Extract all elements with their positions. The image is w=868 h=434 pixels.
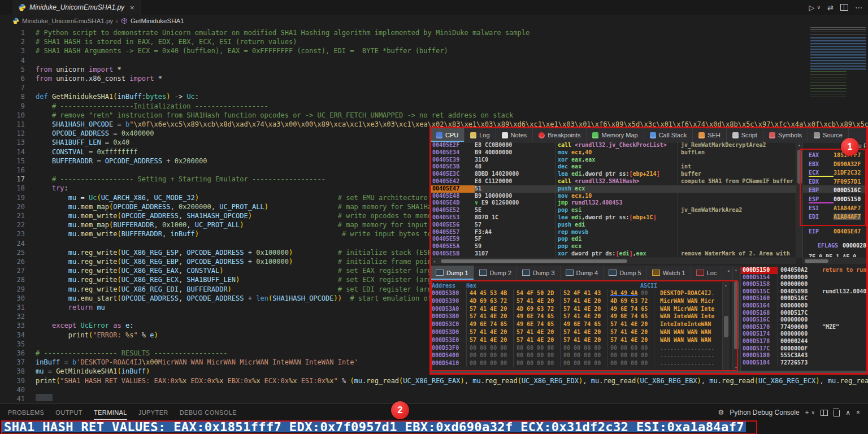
stack-row[interactable]: 000D516C00000000	[741, 316, 868, 324]
panel-tab-terminal[interactable]: TERMINAL	[94, 405, 127, 420]
stack-row[interactable]: 000D515400000000	[741, 274, 868, 281]
debugger-tab-script[interactable]: Script	[727, 128, 763, 142]
disasm-hscrollbar[interactable]: ◂	[432, 258, 796, 264]
dump-scrollbar[interactable]: ▴	[722, 282, 730, 371]
split-terminal-icon[interactable]	[821, 410, 828, 416]
debugger-tab-log[interactable]: Log	[465, 128, 496, 142]
dump-row[interactable]: 000D540000 00 00 0000 00 00 0000 00 00 0…	[432, 351, 722, 359]
tab-miniduke-file[interactable]: Miniduke_UnicornEmuSHA1.py ×	[12, 0, 141, 15]
run-python-icon[interactable]: ▷	[809, 3, 815, 12]
dump-row[interactable]: 000D53E057 41 4E 2057 41 4E 2057 41 4E 2…	[432, 336, 722, 344]
stack-row[interactable]: 000D517077490000"MZÉ"	[741, 324, 868, 331]
code-line[interactable]: 6from unicorn.x86_const import *	[0, 74, 868, 83]
locals-icon	[696, 270, 704, 276]
dump-tab-watch-1[interactable]: Watch 1	[647, 266, 691, 280]
code-line[interactable]: 11 SHA1HASH_OPCODE = b"\x0f\x6e\xc5\x89\…	[0, 120, 868, 129]
register-row-eip[interactable]: EIP00405E47	[809, 227, 861, 236]
dump-tab-dump-2[interactable]: Dump 2	[474, 266, 518, 280]
close-panel-icon[interactable]: ×	[856, 409, 860, 416]
dump-row[interactable]: 000D53D057 41 4E 2057 41 4E 2057 41 4E 2…	[432, 328, 722, 336]
minimap[interactable]	[808, 27, 868, 123]
code-line[interactable]: 39print("SHA1 HASH RET VALUES: EAX:0x%x …	[0, 376, 868, 385]
registers-hscrollbar[interactable]	[802, 258, 868, 264]
split-editor-icon[interactable]	[840, 4, 848, 11]
line-number: 40	[0, 385, 25, 394]
code-line[interactable]: 8def GetMinidukeSHA1(inBuff:bytes) -> Uc…	[0, 92, 868, 101]
dump-tab-dump-4[interactable]: Dump 4	[561, 266, 604, 280]
stack-row[interactable]: 000D5168000D517C	[741, 310, 868, 317]
stack-row[interactable]: 000D518472726573	[741, 359, 868, 367]
stack-row[interactable]: 000D5180555C3A43	[741, 352, 868, 359]
debugger-tab-breakpoints[interactable]: Breakpoints	[533, 128, 587, 142]
terminal-dropdown-icon[interactable]: ∨	[811, 410, 815, 415]
debugger-tab-call-stack[interactable]: Call Stack	[644, 128, 693, 142]
dump-row[interactable]: 000D541000 00 00 0000 00 00 0000 00 00 0…	[432, 359, 722, 367]
register-row-ecx[interactable]: ECX31DF2C32	[809, 168, 861, 177]
new-terminal-icon[interactable]: +	[805, 409, 809, 416]
code-line[interactable]: 3# SHA1 HASH Arguments -> ECX = 0x40 (bu…	[0, 46, 868, 55]
terminal-output-line[interactable]: SHA1 HASH RET VALUES: EAX:0x1851fff7 EDX…	[2, 422, 746, 432]
stack-row[interactable]: 000D515C0040589Brundll32.0040589B	[741, 288, 868, 296]
debugger-tab-symbols[interactable]: Symbols	[763, 128, 808, 142]
stack-row[interactable]: 000D516400000000	[741, 302, 868, 310]
stack-scrollbar[interactable]: ▴ ▾	[732, 267, 740, 371]
register-row-esi[interactable]: ESIA1A84AF7	[809, 204, 861, 212]
run-dropdown-chevron-icon[interactable]: ∨	[817, 5, 821, 10]
code-line[interactable]: 7	[0, 83, 868, 92]
debugger-tab-seh[interactable]: SEH	[693, 128, 727, 142]
register-row-ebp[interactable]: EBP000D516C	[809, 186, 861, 194]
debugger-tab-notes[interactable]: Notes	[496, 128, 533, 142]
kill-terminal-icon[interactable]	[834, 410, 840, 416]
register-row-ebx[interactable]: EBXD690A32F	[809, 160, 861, 168]
stack-row[interactable]: 000D517800000244	[741, 338, 868, 345]
panel-tab-debug-console[interactable]: DEBUG CONSOLE	[180, 405, 237, 420]
code-line[interactable]: 41	[0, 394, 868, 403]
more-actions-icon[interactable]: ⋯	[855, 3, 862, 12]
stack-row[interactable]: 000D5160000D516C	[741, 295, 868, 302]
terminal-profile-label[interactable]: Python Debug Console	[730, 409, 799, 416]
debugger-tab-source[interactable]: Source	[808, 128, 849, 142]
maximize-panel-icon[interactable]: ∧	[845, 409, 850, 416]
debugger-tab-cpu[interactable]: CPU	[431, 128, 465, 142]
line-number: 12	[0, 129, 25, 138]
code-line[interactable]: 40	[0, 385, 868, 394]
dump-row[interactable]: 000D53B057 41 4E 2049 6E 74 6557 41 4E 2…	[432, 313, 722, 320]
hex-dump-panel[interactable]: AddressHexASCII000D538044 45 53 4B54 4F …	[432, 282, 722, 371]
code-line[interactable]: 5from unicorn import *	[0, 65, 868, 74]
dump-tab-dump-1[interactable]: Dump 1	[431, 266, 474, 280]
register-row-edi[interactable]: EDIA1A84AF7	[809, 212, 861, 221]
stack-row[interactable]: 000D517400000000	[741, 331, 868, 338]
dump-row[interactable]: 000D538044 45 53 4B54 4F 50 2D52 4F 41 4…	[432, 289, 722, 297]
breadcrumb-file[interactable]: Miniduke_UnicornEmuSHA1.py	[22, 18, 113, 24]
panel-tab-problems[interactable]: PROBLEMS	[8, 405, 44, 420]
dump-tab-loc[interactable]: Loc	[691, 266, 723, 280]
tab-close-icon[interactable]: ×	[130, 3, 134, 12]
dump-row[interactable]: 000D53F000 00 00 0000 00 00 0000 00 00 0…	[432, 344, 722, 352]
register-row-edx[interactable]: EDX7F0957D1	[809, 177, 861, 186]
dump-tab-dump-5[interactable]: Dump 5	[604, 266, 647, 280]
line-number: 13	[0, 138, 25, 147]
run-mode-icon[interactable]: ⇄	[827, 3, 834, 12]
code-line[interactable]: 1# Python script to demonstrate Unicorn …	[0, 28, 868, 37]
dump-tab-dump-3[interactable]: Dump 3	[517, 266, 561, 280]
code-line[interactable]: 2# SHA1 HASH is stored in EAX, EDX, EBX,…	[0, 37, 868, 46]
stack-panel[interactable]: 000D5150004050A2return to rund000D515400…	[740, 267, 868, 371]
register-row-eflags[interactable]: EFLAGS00000286	[809, 241, 868, 250]
stack-row[interactable]: 000D5150004050A2return to rund	[741, 267, 868, 274]
debugger-window: CPULogNotesBreakpointsMemory MapCall Sta…	[431, 128, 868, 371]
code-line[interactable]: 4	[0, 56, 868, 65]
code-line[interactable]: 10 # remove "retn" instruction from SHA1…	[0, 111, 868, 120]
dump-row[interactable]: 000D53A057 41 4E 204D 69 63 7257 41 4E 2…	[432, 305, 722, 313]
dump-row[interactable]: 000D53904D 69 63 7257 41 4E 2057 41 4E 2…	[432, 297, 722, 305]
code-line[interactable]: 9 # ------------------Initialization ---…	[0, 102, 868, 111]
registers-panel[interactable]: Hide FPU EAX1851FFF7EBXD690A32FECX31DF2C…	[802, 142, 868, 258]
line-number: 27	[0, 266, 25, 275]
debugger-tab-memory-map[interactable]: Memory Map	[587, 128, 644, 142]
register-row-esp[interactable]: ESP000D5150	[809, 195, 861, 203]
dump-row[interactable]: 000D53C049 6E 74 6549 6E 74 6549 6E 74 6…	[432, 320, 722, 328]
panel-tab-output[interactable]: OUTPUT	[55, 405, 83, 420]
breadcrumb-symbol[interactable]: GetMinidukeSHA1	[131, 18, 184, 24]
panel-tab-jupyter[interactable]: JUPYTER	[138, 405, 168, 420]
stack-row[interactable]: 000D515800000000	[741, 281, 868, 288]
stack-row[interactable]: 000D517C0000000F	[741, 345, 868, 353]
